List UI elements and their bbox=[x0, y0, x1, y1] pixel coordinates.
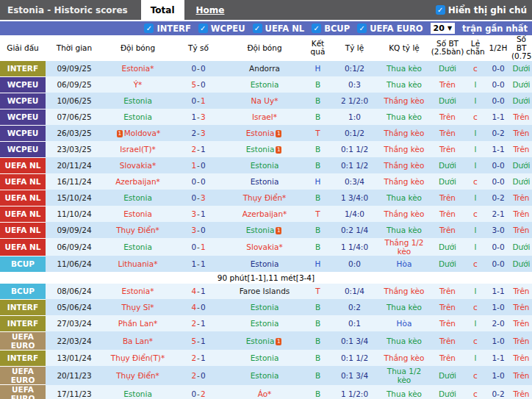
result: B bbox=[305, 109, 331, 125]
odd-even: c bbox=[465, 299, 486, 315]
match-date: 11/10/24 bbox=[46, 206, 103, 222]
handicap-odds: 0:1/2 bbox=[331, 125, 378, 141]
show-notes-toggle[interactable]: ✓ Hiển thị ghi chú bbox=[436, 0, 532, 20]
away-team: Israel* bbox=[224, 109, 305, 125]
home-team: Thụy Điển* bbox=[103, 222, 173, 238]
filter-uefa-nl[interactable]: ✓UEFA NL bbox=[253, 24, 305, 34]
team-name: Israel* bbox=[252, 112, 277, 121]
handicap-odds: 1 1/4:0 bbox=[331, 238, 378, 256]
away-score: 3 bbox=[201, 112, 206, 121]
table-row: UEFA NL09/09/24Thụy Điển*3-0Estonia1B0:2… bbox=[0, 222, 532, 238]
handicap-result: Thua kèo bbox=[378, 331, 430, 350]
table-row: UEFA EURO20/11/23Thụy Điển*2-0EstoniaB0:… bbox=[0, 366, 532, 384]
away-score: 1 bbox=[201, 96, 206, 105]
column-header: 1/2H bbox=[486, 35, 511, 61]
over-under-0-75: Trên bbox=[511, 331, 532, 350]
score: 4-0 bbox=[173, 299, 224, 315]
half-time-score: 1-0 bbox=[486, 366, 511, 384]
checkbox-checked-icon[interactable]: ✓ bbox=[198, 24, 208, 33]
over-under-2-5: Trên bbox=[430, 206, 465, 222]
match-date: 23/03/25 bbox=[46, 141, 103, 157]
table-row: INTERF09/09/25Estonia*0-0AndorraH0:1/2Th… bbox=[0, 61, 532, 77]
over-under-0-75: Dưới bbox=[511, 61, 532, 77]
over-under-0-75: Trên bbox=[511, 366, 532, 384]
team-name: Estonia bbox=[123, 96, 152, 105]
team-name: Phần Lan* bbox=[118, 319, 158, 328]
filter-interf[interactable]: ✓INTERF bbox=[144, 24, 190, 34]
home-team: Phần Lan* bbox=[103, 315, 173, 331]
handicap-odds: 1/4:0 bbox=[331, 206, 378, 222]
league-badge: UEFA NL bbox=[0, 157, 46, 173]
handicap-odds: 0:0 bbox=[331, 256, 378, 272]
match-date: 15/10/24 bbox=[46, 190, 103, 206]
result: T bbox=[305, 125, 331, 141]
result: B bbox=[305, 141, 331, 157]
checkbox-checked-icon[interactable]: ✓ bbox=[312, 24, 321, 33]
handicap-result: Thua kèo bbox=[378, 61, 430, 77]
home-team: 1Moldova* bbox=[103, 125, 173, 141]
away-score: 1 bbox=[201, 259, 206, 268]
checkbox-checked-icon[interactable]: ✓ bbox=[253, 24, 262, 33]
home-team: Ý* bbox=[103, 76, 173, 93]
team-name: Estonia bbox=[251, 80, 279, 89]
checkbox-checked-icon[interactable]: ✓ bbox=[357, 24, 367, 33]
handicap-result: Thua 1/2 kèo bbox=[378, 366, 430, 384]
away-team: Slovakia* bbox=[224, 238, 305, 256]
filter-uefa-euro[interactable]: ✓UEFA EURO bbox=[357, 24, 423, 34]
odd-even: l bbox=[465, 93, 486, 109]
filter-bcup[interactable]: ✓BCUP bbox=[312, 24, 350, 34]
chevron-down-icon: ▼ bbox=[447, 26, 452, 32]
column-header: Kết quả bbox=[305, 35, 331, 61]
over-under-2-5: Dưới bbox=[430, 157, 465, 173]
match-count-select[interactable]: 20 ▼ bbox=[431, 23, 455, 34]
filter-wcpeu[interactable]: ✓WCPEU bbox=[198, 24, 245, 34]
score: 1-3 bbox=[173, 109, 224, 125]
half-time-score: 1-1 bbox=[486, 109, 511, 125]
checkbox-checked-icon[interactable]: ✓ bbox=[144, 24, 154, 33]
red-card-badge: 1 bbox=[276, 338, 281, 345]
column-header: Số BT (0.75bàn) bbox=[511, 35, 532, 61]
over-under-2-5: Trên bbox=[430, 331, 465, 350]
away-score: 0 bbox=[201, 64, 206, 73]
away-score: 1 bbox=[201, 209, 206, 218]
score: 1-1 bbox=[173, 256, 224, 272]
result: B bbox=[305, 238, 331, 256]
odd-even: c bbox=[465, 61, 486, 77]
score: 2-1 bbox=[173, 141, 224, 157]
red-card-badge: 1 bbox=[276, 146, 281, 154]
over-under-2-5: Trên bbox=[430, 109, 465, 125]
checkbox-checked-icon[interactable]: ✓ bbox=[436, 5, 445, 15]
handicap-result: Thua kèo bbox=[378, 222, 430, 238]
league-badge: INTERF bbox=[0, 350, 46, 366]
handicap-odds: 0:1 bbox=[331, 315, 378, 331]
over-under-0-75: Dưới bbox=[511, 238, 532, 256]
red-card-badge: 1 bbox=[276, 130, 281, 137]
over-under-0-75: Dưới bbox=[511, 173, 532, 190]
match-date: 27/03/24 bbox=[46, 315, 103, 331]
tab-total[interactable]: Total bbox=[141, 0, 184, 20]
league-badge: WCPEU bbox=[0, 93, 46, 109]
top-bar: Estonia - Historic scores Total Home ✓ H… bbox=[0, 0, 532, 20]
over-under-2-5: Dưới bbox=[430, 385, 465, 399]
result: T bbox=[305, 206, 331, 222]
half-time-score: 1-1 bbox=[486, 141, 511, 157]
historic-scores-panel: Estonia - Historic scores Total Home ✓ H… bbox=[0, 0, 532, 399]
away-team: Estonia1 bbox=[224, 222, 305, 238]
table-row: BCUP11/06/24Lithuania*1-1EstoniaH0:0HòaD… bbox=[0, 256, 532, 272]
match-date: 20/11/24 bbox=[46, 157, 103, 173]
half-time-score: 0-2 bbox=[486, 125, 511, 141]
league-badge: INTERF bbox=[0, 299, 46, 315]
team-name: Estonia bbox=[123, 112, 152, 121]
tab-home[interactable]: Home bbox=[189, 0, 232, 20]
result: B bbox=[305, 299, 331, 315]
odd-even: c bbox=[465, 331, 486, 350]
handicap-odds: 1 1/2:0 bbox=[331, 385, 378, 399]
league-badge: UEFA EURO bbox=[0, 366, 46, 384]
half-time-score: 2-0 bbox=[486, 315, 511, 331]
team-name: Ý* bbox=[134, 80, 143, 89]
match-date: 13/01/24 bbox=[46, 350, 103, 366]
away-team: Andorra bbox=[224, 61, 305, 77]
over-under-2-5: Dưới bbox=[430, 366, 465, 384]
away-score: 3 bbox=[201, 193, 206, 202]
team-name: Estonia bbox=[251, 303, 279, 312]
